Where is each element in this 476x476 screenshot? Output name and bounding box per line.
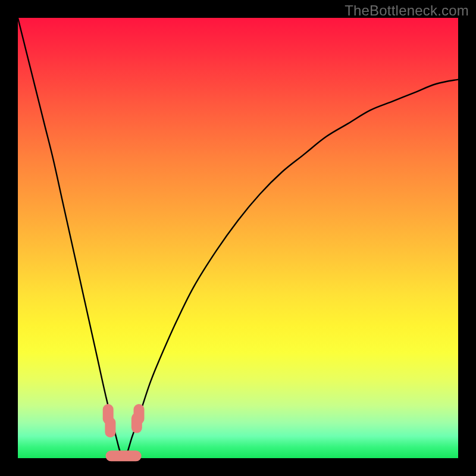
chart-frame: TheBottleneck.com [0, 0, 476, 476]
watermark-text: TheBottleneck.com [345, 2, 469, 19]
marker-layer [103, 404, 145, 461]
bottom-blob [106, 450, 142, 461]
plot-area [18, 18, 458, 458]
right-cluster-b [134, 404, 145, 424]
left-cluster-b [105, 417, 115, 437]
curve-layer [18, 18, 458, 458]
bottleneck-curve [18, 18, 458, 458]
